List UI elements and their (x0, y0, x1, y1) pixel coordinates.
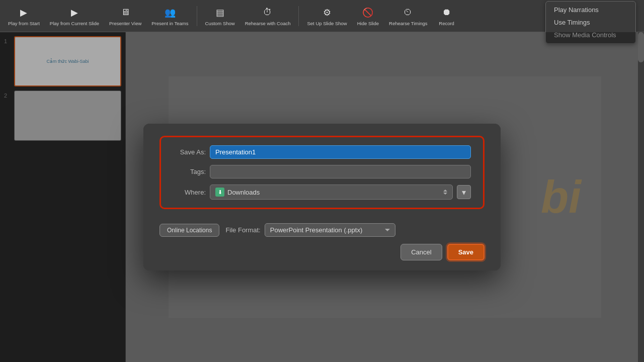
expand-button[interactable]: ▾ (457, 185, 471, 199)
toolbar-hide-slide-label: Hide Slide (357, 21, 379, 26)
menu-item-use-timings[interactable]: Use Timings (546, 16, 635, 29)
save-dialog: Save As: Tags: Where: ⬇ Downloads (143, 124, 501, 270)
tags-label: Tags: (173, 168, 206, 175)
tags-row: Tags: (173, 165, 471, 178)
dialog-top-section: Save As: Tags: Where: ⬇ Downloads (143, 124, 501, 217)
dialog-overlay: Save As: Tags: Where: ⬇ Downloads (0, 32, 644, 362)
file-format-value: PowerPoint Presentation (.pptx) (270, 226, 382, 234)
toolbar-custom-show-label: Custom Show (205, 21, 235, 26)
toolbar-record[interactable]: ⏺ Record (434, 2, 460, 30)
toolbar-present-in-teams[interactable]: 👥 Present in Teams (147, 2, 192, 30)
toolbar-play-current[interactable]: ▶ Play from Current Slide (46, 2, 103, 30)
toolbar-hide-slide[interactable]: 🚫 Hide Slide (353, 2, 383, 30)
cancel-button[interactable]: Cancel (400, 244, 442, 260)
toolbar-rehearse-coach-label: Rehearse with Coach (245, 21, 291, 26)
toolbar-presenter-label: Presenter View (109, 21, 141, 26)
chevron-down-icon (443, 193, 447, 195)
file-format-select[interactable]: PowerPoint Presentation (.pptx) (265, 223, 395, 237)
toolbar-rehearse-timings-label: Rehearse Timings (389, 21, 428, 26)
online-locations-button[interactable]: Online Locations (159, 224, 219, 237)
record-icon: ⏺ (440, 6, 454, 20)
hide-slide-icon: 🚫 (361, 6, 375, 20)
tags-input[interactable] (210, 165, 471, 178)
toolbar-setup-show-label: Set Up Slide Show (307, 21, 347, 26)
toolbar-play-current-label: Play from Current Slide (50, 21, 99, 26)
where-dropdown[interactable]: ⬇ Downloads (210, 185, 453, 200)
toolbar: ▶ Play from Start ▶ Play from Current Sl… (0, 0, 644, 32)
toolbar-rehearse-timings[interactable]: ⏲ Rehearse Timings (385, 2, 432, 30)
toolbar-divider-2 (298, 6, 299, 26)
toolbar-divider-1 (197, 6, 197, 26)
save-as-row: Save As: (173, 145, 471, 159)
chevron-up-icon (443, 190, 447, 192)
toolbar-rehearse-coach[interactable]: ⏱ Rehearse with Coach (241, 2, 295, 30)
save-as-label: Save As: (173, 148, 206, 156)
play-start-icon: ▶ (17, 6, 31, 20)
file-format-label: File Format: (225, 226, 260, 234)
toolbar-custom-show[interactable]: ▤ Custom Show (201, 2, 239, 30)
where-row: Where: ⬇ Downloads ▾ (173, 185, 471, 200)
where-chevron-icon (443, 190, 447, 195)
file-format-row: File Format: PowerPoint Presentation (.p… (225, 223, 485, 237)
where-value: Downloads (227, 189, 440, 196)
rehearse-coach-icon: ⏱ (261, 6, 275, 20)
dialog-highlighted-section: Save As: Tags: Where: ⬇ Downloads (159, 136, 485, 209)
menu-item-play-narrations[interactable]: Play Narrations (546, 4, 635, 16)
downloads-folder-icon: ⬇ (215, 188, 224, 197)
dialog-buttons-row: Cancel Save (159, 244, 485, 260)
save-button[interactable]: Save (447, 244, 485, 260)
dialog-bottom-section: Online Locations File Format: PowerPoint… (143, 217, 501, 270)
custom-show-icon: ▤ (213, 6, 227, 20)
presenter-view-icon: 🖥 (118, 6, 132, 20)
present-teams-icon: 👥 (163, 6, 177, 20)
toolbar-present-teams-label: Present in Teams (151, 21, 188, 26)
setup-show-icon: ⚙ (320, 6, 334, 20)
dialog-actions-row: Online Locations File Format: PowerPoint… (159, 223, 485, 237)
save-as-input[interactable] (210, 145, 471, 159)
toolbar-set-up-show[interactable]: ⚙ Set Up Slide Show (303, 2, 351, 30)
expand-icon: ▾ (462, 188, 466, 197)
toolbar-record-label: Record (439, 21, 454, 26)
rehearse-timings-icon: ⏲ (401, 6, 415, 20)
play-current-icon: ▶ (67, 6, 82, 20)
toolbar-presenter-view[interactable]: 🖥 Presenter View (105, 2, 145, 30)
toolbar-play-start-label: Play from Start (8, 21, 40, 26)
where-label: Where: (173, 189, 206, 196)
file-format-chevron-icon (385, 229, 390, 231)
toolbar-play-from-start[interactable]: ▶ Play from Start (4, 2, 44, 30)
